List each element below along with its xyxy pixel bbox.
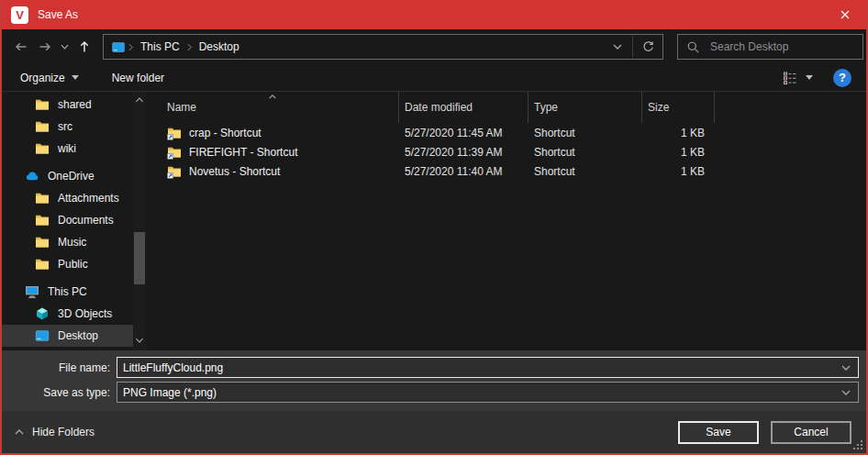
navigation-bar: This PC Desktop [2, 29, 866, 64]
folder-icon [35, 191, 50, 205]
address-bar: This PC Desktop [103, 34, 663, 60]
folder-icon [35, 141, 50, 156]
scrollbar-down-button[interactable] [136, 338, 144, 343]
refresh-icon [641, 40, 655, 54]
command-toolbar: Organize New folder ? [2, 64, 866, 92]
hide-folders-label: Hide Folders [32, 426, 95, 438]
address-dropdown-button[interactable] [603, 35, 632, 59]
file-name-panel: File name: Save as type: PNG Image (*.pn… [2, 350, 866, 411]
sidebar-scrollbar [133, 92, 146, 350]
chevron-down-icon[interactable] [841, 365, 851, 371]
sidebar-item-this-pc[interactable]: This PC [2, 281, 133, 303]
folder-icon [35, 119, 50, 134]
vivaldi-letter: V [16, 9, 24, 21]
back-button[interactable] [9, 35, 33, 59]
cancel-button[interactable]: Cancel [771, 421, 851, 444]
forward-button[interactable] [33, 35, 57, 59]
folder-icon [35, 213, 50, 228]
save-button[interactable]: Save [678, 421, 759, 444]
file-row-firefight-shortcut[interactable]: FIREFIGHT - Shortcut 5/27/2020 11:39 AM … [146, 142, 866, 161]
organize-label: Organize [20, 72, 65, 84]
sidebar-item-3d-objects[interactable]: 3D Objects [2, 303, 133, 325]
monitor-icon [35, 328, 50, 343]
resize-grip[interactable] [853, 440, 863, 450]
up-button[interactable] [72, 35, 96, 59]
breadcrumb-separator-icon [187, 43, 192, 51]
cube-icon [35, 306, 50, 321]
history-dropdown-button[interactable] [57, 35, 72, 59]
sidebar-item-shared[interactable]: shared [2, 94, 133, 116]
sidebar-item-desktop[interactable]: Desktop [2, 325, 133, 347]
column-header-date-modified[interactable]: Date modified [399, 92, 529, 123]
sidebar-item-wiki[interactable]: wiki [2, 138, 133, 160]
file-row-novetus-shortcut[interactable]: Novetus - Shortcut 5/27/2020 11:40 AM Sh… [146, 161, 866, 181]
folder-icon [35, 235, 50, 250]
search-icon [686, 40, 700, 54]
close-icon [840, 10, 850, 19]
arrow-left-icon [14, 39, 28, 54]
save-as-type-label: Save as type: [2, 386, 117, 399]
shortcut-folder-icon [167, 126, 182, 140]
hide-folders-button[interactable]: Hide Folders [15, 426, 95, 438]
titlebar: V Save As [2, 0, 866, 29]
onedrive-cloud-icon [25, 169, 39, 183]
computer-icon [25, 284, 39, 299]
scrollbar-up-button[interactable] [136, 97, 144, 103]
details-view-icon [783, 71, 797, 85]
organize-button[interactable]: Organize [20, 72, 79, 84]
folder-icon [35, 257, 50, 272]
scrollbar-thumb[interactable] [134, 232, 145, 284]
file-row-crap-shortcut[interactable]: crap - Shortcut 5/27/2020 11:45 AM Short… [146, 123, 866, 142]
chevron-up-icon [136, 97, 144, 103]
column-header-size[interactable]: Size [642, 92, 715, 123]
new-folder-label: New folder [112, 72, 164, 84]
navigation-pane: shared src wiki OneDrive Attachments Doc… [2, 92, 133, 350]
vivaldi-app-icon: V [11, 6, 28, 24]
breadcrumb-this-pc[interactable]: This PC [136, 40, 184, 53]
chevron-down-icon [841, 390, 851, 395]
save-as-dialog: V Save As This PC Desktop [0, 0, 868, 455]
sidebar-item-documents[interactable]: Documents [2, 209, 133, 231]
close-button[interactable] [824, 0, 866, 29]
sidebar-item-public[interactable]: Public [2, 253, 133, 275]
search-box [677, 34, 863, 60]
file-name-label: File name: [2, 361, 117, 374]
sidebar-item-music[interactable]: Music [2, 231, 133, 253]
dialog-footer: Hide Folders Save Cancel [2, 411, 866, 453]
shortcut-folder-icon [167, 164, 182, 179]
sidebar-item-onedrive[interactable]: OneDrive [2, 165, 133, 187]
search-input[interactable] [708, 39, 854, 54]
caret-down-icon [72, 75, 79, 80]
file-list: Name Date modified Type Size crap - Shor… [146, 92, 866, 350]
breadcrumb-separator-icon [128, 43, 133, 51]
column-header-type[interactable]: Type [529, 92, 642, 123]
chevron-down-icon [61, 44, 69, 50]
chevron-up-icon [15, 429, 24, 435]
arrow-up-icon [77, 39, 92, 54]
chevron-down-icon [613, 44, 622, 50]
breadcrumb-desktop[interactable]: Desktop [195, 40, 244, 53]
shortcut-folder-icon [167, 145, 182, 160]
file-name-combobox [117, 357, 859, 378]
file-name-input[interactable] [117, 361, 858, 374]
caret-down-icon [806, 75, 813, 80]
column-headers: Name Date modified Type Size [146, 92, 866, 123]
sidebar-item-attachments[interactable]: Attachments [2, 187, 133, 209]
refresh-button[interactable] [633, 35, 662, 59]
this-pc-icon [111, 40, 126, 54]
folder-icon [35, 97, 50, 112]
change-view-button[interactable] [783, 71, 813, 85]
arrow-right-icon [38, 39, 52, 54]
sidebar-item-src[interactable]: src [2, 116, 133, 138]
help-button[interactable]: ? [833, 69, 851, 87]
save-as-type-value: PNG Image (*.png) [117, 386, 217, 399]
chevron-down-icon [136, 338, 144, 343]
column-header-name[interactable]: Name [146, 92, 399, 123]
main-area: shared src wiki OneDrive Attachments Doc… [2, 92, 866, 350]
new-folder-button[interactable]: New folder [112, 72, 164, 84]
save-as-type-select[interactable]: PNG Image (*.png) [117, 382, 859, 403]
window-title: Save As [38, 8, 78, 21]
sort-ascending-icon [268, 94, 276, 99]
